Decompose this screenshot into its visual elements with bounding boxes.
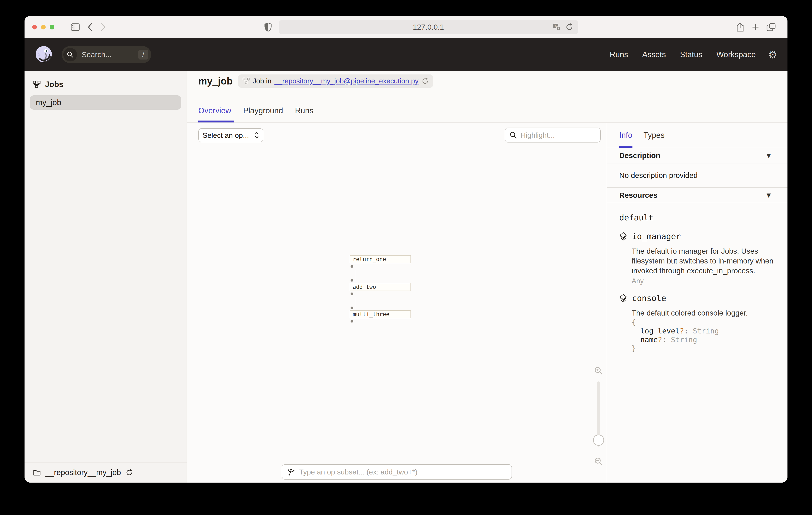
job-tabs: Overview Playground Runs <box>198 106 314 123</box>
output-port-dot <box>351 320 353 323</box>
translate-icon[interactable]: A <box>553 23 561 31</box>
nav-assets[interactable]: Assets <box>642 50 666 59</box>
op-selector-dropdown[interactable]: Select an op... <box>198 128 263 142</box>
jobs-sidebar: Jobs my_job __repository__my_job <box>25 71 187 483</box>
close-window-button[interactable] <box>32 25 37 29</box>
nav-runs[interactable]: Runs <box>610 50 628 59</box>
forward-icon[interactable] <box>100 22 107 32</box>
config-brace-close: } <box>632 344 779 353</box>
search-placeholder: Search... <box>82 50 138 59</box>
zoom-out-icon[interactable] <box>594 457 603 466</box>
resources-section-header[interactable]: Resources ▼ <box>607 188 787 203</box>
zoom-slider-track[interactable] <box>597 381 600 446</box>
nav-workspace[interactable]: Workspace <box>717 50 756 59</box>
op-node-add-two[interactable]: add_two <box>350 283 411 291</box>
config-optional-marker: ? <box>658 335 662 344</box>
sidebar-footer: __repository__my_job <box>25 462 186 483</box>
zoom-in-icon[interactable] <box>594 366 603 376</box>
sidebar-item-my-job[interactable]: my_job <box>30 96 181 110</box>
address-bar-icons: A <box>553 20 574 34</box>
main-area: my_job Job in __repository__my_job@pipel… <box>187 71 787 483</box>
output-port-dot <box>351 293 353 295</box>
config-schema: { log_level?: String name?: String } <box>632 318 779 353</box>
description-section-header[interactable]: Description ▼ <box>607 148 787 163</box>
reload-repository-icon[interactable] <box>125 469 133 476</box>
jobs-icon <box>33 81 41 88</box>
resources-title: Resources <box>619 191 658 199</box>
op-node-return-one[interactable]: return_one <box>350 255 411 263</box>
minimize-window-button[interactable] <box>41 25 46 29</box>
config-type: String <box>671 335 697 344</box>
sidebar-header: Jobs <box>25 71 186 89</box>
repository-link[interactable]: __repository__my_job@pipeline_execution.… <box>274 77 418 85</box>
config-type: String <box>693 327 719 335</box>
privacy-shield-icon[interactable] <box>264 22 272 32</box>
edge-line <box>355 270 355 281</box>
reload-job-icon[interactable] <box>422 77 429 85</box>
tab-runs[interactable]: Runs <box>295 106 313 123</box>
browser-window: 127.0.0.1 A <box>25 16 787 483</box>
resource-head: io_manager <box>619 232 779 241</box>
sidebar-title: Jobs <box>45 80 63 89</box>
info-panel-tabs: Info Types <box>607 123 787 148</box>
url-text: 127.0.0.1 <box>413 23 444 31</box>
tab-playground[interactable]: Playground <box>243 106 283 123</box>
search-icon <box>510 131 517 139</box>
chevron-down-icon: ▼ <box>766 152 771 159</box>
repository-name: __repository__my_job <box>46 468 121 477</box>
job-icon <box>242 78 250 84</box>
resource-console: console The default colored console logg… <box>619 294 779 353</box>
job-header: my_job Job in __repository__my_job@pipel… <box>187 71 787 123</box>
letterbox-background: 127.0.0.1 A <box>0 0 812 515</box>
nav-status[interactable]: Status <box>680 50 702 59</box>
config-field: name?: String <box>632 335 779 344</box>
global-search-input[interactable]: Search... / <box>62 46 151 63</box>
folder-icon <box>33 469 41 476</box>
sidebar-toggle-icon[interactable] <box>70 23 80 31</box>
resource-description: The default colored console logger. <box>632 308 777 318</box>
op-node-multi-three[interactable]: multi_three <box>350 310 411 318</box>
address-bar[interactable]: 127.0.0.1 A <box>279 20 578 34</box>
info-panel: Info Types Description ▼ No description … <box>607 123 787 483</box>
op-subset-input[interactable]: Type an op subset... (ex: add_two+*) <box>282 464 512 480</box>
reload-icon[interactable] <box>565 23 574 31</box>
resources-content: default io_manager <box>607 203 787 361</box>
tab-types[interactable]: Types <box>643 123 665 147</box>
content: Jobs my_job __repository__my_job my_j <box>25 71 787 483</box>
job-origin-tag: Job in __repository__my_job@pipeline_exe… <box>238 75 433 88</box>
settings-gear-icon[interactable]: ⚙ <box>768 49 777 61</box>
resource-type: Any <box>632 277 779 285</box>
sidebar-item-label: my_job <box>36 98 61 107</box>
zoom-slider-handle[interactable] <box>593 435 604 446</box>
tab-overview-icon[interactable] <box>766 23 776 32</box>
zoom-window-button[interactable] <box>50 25 54 29</box>
config-colon: : <box>662 335 671 344</box>
description-title: Description <box>619 151 660 160</box>
highlight-placeholder: Highlight... <box>521 131 555 139</box>
resource-icon <box>619 294 627 302</box>
input-port-dot <box>351 279 353 281</box>
title-row: my_job Job in __repository__my_job@pipel… <box>198 75 433 88</box>
edge-line <box>355 297 355 308</box>
main-body: Select an op... Highlight... <box>187 123 787 483</box>
tab-overview[interactable]: Overview <box>198 106 231 123</box>
app-header: Search... / Runs Assets Status Workspace… <box>25 38 787 71</box>
browser-toolbar: 127.0.0.1 A <box>25 16 787 38</box>
resource-name: console <box>632 294 666 303</box>
resource-head: console <box>619 294 779 303</box>
back-icon[interactable] <box>87 22 93 32</box>
new-tab-icon[interactable] <box>751 23 760 31</box>
output-port-dot <box>351 265 353 268</box>
resource-body: The default colored console logger. { lo… <box>632 308 779 353</box>
resource-description: The default io manager for Jobs. Uses fi… <box>632 246 777 276</box>
op-subset-graph-icon <box>287 468 295 476</box>
dagster-logo[interactable] <box>35 46 53 63</box>
op-graph-panel: Select an op... Highlight... <box>187 123 607 483</box>
op-selector-label: Select an op... <box>203 131 252 139</box>
tab-info[interactable]: Info <box>619 123 633 147</box>
share-icon[interactable] <box>736 22 745 32</box>
zoom-controls <box>592 366 605 466</box>
config-brace-open: { <box>632 318 779 327</box>
highlight-input[interactable]: Highlight... <box>505 128 601 142</box>
search-shortcut-badge: / <box>138 50 148 59</box>
